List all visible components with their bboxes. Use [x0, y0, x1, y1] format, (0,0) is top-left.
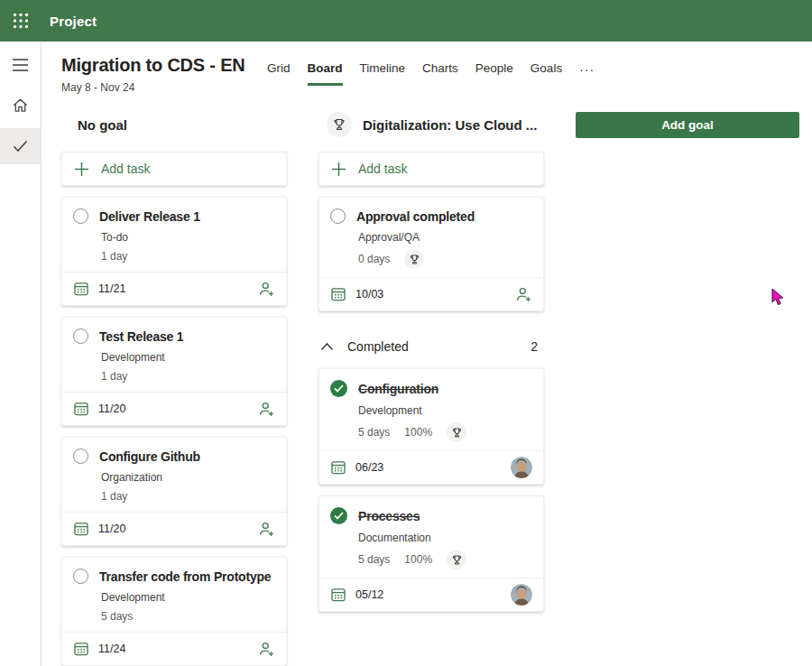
task-card[interactable]: Approval completed Approval/QA 0 days	[318, 197, 544, 311]
task-checkbox[interactable]	[330, 208, 346, 224]
task-card[interactable]: Deliver Release 1 To-do 1 day 11/21	[61, 197, 287, 306]
task-title: Approval completed	[356, 209, 475, 224]
project-header: Migration to CDS - EN May 8 - Nov 24	[61, 55, 245, 94]
task-title: Configuration	[358, 382, 438, 396]
task-checkbox[interactable]	[73, 569, 88, 584]
completed-task-card[interactable]: Configuration Development 5 days 100%	[318, 368, 544, 485]
hamburger-icon	[12, 58, 29, 72]
chevron-up-icon	[320, 342, 334, 351]
task-duration: 5 days	[101, 610, 133, 623]
add-task-label: Add task	[358, 162, 407, 176]
main-content: Migration to CDS - EN May 8 - Nov 24 Gri…	[42, 42, 812, 666]
app-launcher-waffle-icon[interactable]	[0, 0, 42, 42]
task-checkbox[interactable]	[73, 328, 88, 344]
calendar-icon	[73, 401, 89, 417]
task-title: Configure Github	[99, 449, 200, 464]
task-checkbox-completed[interactable]	[330, 380, 347, 397]
trophy-icon	[451, 427, 463, 439]
task-due-date: 11/24	[98, 643, 125, 655]
task-duration: 1 day	[101, 490, 127, 503]
board-columns: Add task Deliver Release 1 To-do 1 day	[61, 152, 812, 666]
more-tabs-button[interactable]: ···	[579, 61, 595, 77]
task-due-date: 11/20	[98, 402, 125, 415]
goal-trophy-badge	[327, 112, 352, 137]
collapse-completed-button[interactable]	[320, 342, 334, 351]
trophy-icon	[332, 117, 346, 132]
calendar-icon	[330, 587, 346, 603]
completed-count: 2	[531, 339, 542, 354]
completed-task-card[interactable]: Processes Documentation 5 days 100%	[318, 495, 544, 612]
goal-column-title: Digitalization: Use Cloud ...	[363, 117, 537, 133]
nav-home-button[interactable]	[0, 88, 42, 121]
calendar-icon	[73, 281, 89, 297]
task-title: Processes	[358, 509, 420, 523]
nav-tasks-button-selected[interactable]	[0, 128, 42, 164]
task-card[interactable]: Test Release 1 Development 1 day 11/20	[61, 317, 287, 426]
task-percent-complete: 100%	[404, 553, 432, 566]
project-board-page: Project Migration to CDS - EN May 8 - No…	[0, 0, 812, 666]
task-bucket: Development	[358, 404, 532, 417]
plus-icon	[331, 162, 346, 177]
person-add-icon	[258, 521, 275, 538]
task-bucket: Approval/QA	[358, 231, 532, 244]
calendar-icon	[330, 459, 346, 476]
tab-timeline[interactable]: Timeline	[360, 61, 406, 83]
column-header-goal[interactable]: Digitalization: Use Cloud ...	[327, 112, 537, 137]
assign-person-button[interactable]	[258, 281, 275, 298]
person-add-icon	[258, 401, 275, 418]
page-title: Migration to CDS - EN	[61, 55, 245, 76]
nav-menu-button[interactable]	[0, 49, 42, 81]
task-checkbox[interactable]	[73, 208, 88, 224]
assign-person-button[interactable]	[515, 286, 532, 303]
add-task-button[interactable]: Add task	[61, 152, 287, 186]
assign-person-button[interactable]	[258, 521, 275, 538]
assignee-avatar[interactable]	[511, 584, 532, 606]
tab-board[interactable]: Board	[308, 61, 343, 86]
tab-goals[interactable]: Goals	[531, 61, 562, 83]
home-icon	[12, 97, 29, 114]
tab-charts[interactable]: Charts	[422, 61, 458, 83]
task-due-date: 11/20	[98, 523, 125, 535]
add-goal-button[interactable]: Add goal	[576, 112, 799, 138]
task-bucket: Development	[101, 591, 275, 604]
tab-people[interactable]: People	[475, 61, 513, 83]
check-icon	[334, 512, 344, 520]
task-duration: 0 days	[358, 253, 390, 265]
task-checkbox[interactable]	[73, 449, 88, 464]
board-header-row: No goal Digitalization: Use C	[42, 112, 812, 139]
calendar-icon	[73, 641, 89, 657]
task-title: Transfer code from Prototype	[99, 569, 271, 584]
task-bucket: Organization	[101, 471, 275, 484]
task-due-date: 05/12	[355, 588, 383, 601]
person-add-icon	[258, 641, 275, 658]
add-task-button[interactable]: Add task	[318, 152, 544, 186]
view-tabs: Grid Board Timeline Charts People Goals …	[267, 61, 595, 86]
assign-person-button[interactable]	[258, 401, 275, 418]
task-bucket: To-do	[101, 231, 275, 244]
project-date-range: May 8 - Nov 24	[61, 81, 245, 94]
top-app-bar: Project	[0, 0, 812, 42]
avatar-photo	[511, 457, 532, 478]
assign-person-button[interactable]	[258, 641, 275, 658]
completed-section-header: Completed 2	[320, 336, 542, 357]
person-add-icon	[515, 286, 532, 303]
task-duration: 1 day	[101, 250, 127, 263]
trophy-icon	[451, 554, 463, 566]
tab-grid[interactable]: Grid	[267, 61, 291, 83]
task-checkbox-completed[interactable]	[330, 507, 347, 524]
app-name[interactable]: Project	[50, 14, 97, 29]
checkmark-icon	[13, 140, 28, 153]
task-due-date: 11/21	[98, 282, 125, 295]
task-title: Test Release 1	[99, 329, 183, 344]
column-digitalization-goal: Add task Approval completed Approval/QA …	[318, 152, 544, 666]
task-card[interactable]: Configure Github Organization 1 day 11/2…	[61, 437, 287, 546]
assignee-avatar[interactable]	[511, 457, 532, 478]
trophy-icon	[409, 254, 420, 265]
column-header-no-goal[interactable]: No goal	[78, 117, 127, 133]
goal-chip	[404, 249, 424, 269]
task-duration: 5 days	[358, 426, 390, 439]
waffle-icon	[13, 13, 29, 29]
task-bucket: Development	[101, 351, 275, 364]
avatar-photo	[511, 584, 532, 606]
task-card[interactable]: Transfer code from Prototype Development…	[61, 557, 287, 666]
